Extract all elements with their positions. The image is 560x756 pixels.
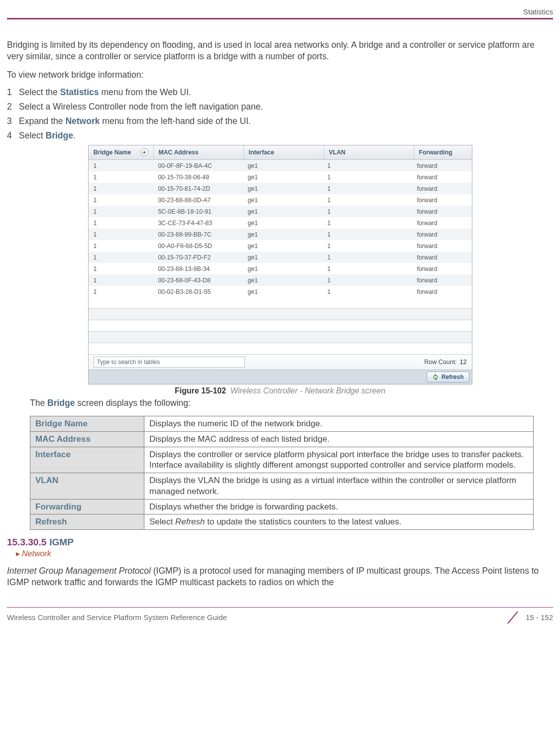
table-row[interactable]: 15C-0E-8B-18-10-91ge11forward	[89, 206, 472, 217]
refresh-icon	[432, 374, 439, 380]
table-row[interactable]: 100-23-68-88-0D-A7ge11forward	[89, 194, 472, 206]
table-row[interactable]: 100-15-70-81-74-2Dge11forward	[89, 183, 472, 194]
col-bridge-name[interactable]: Bridge Name▲	[89, 145, 154, 159]
refresh-button[interactable]: Refresh	[427, 372, 469, 382]
intro-para-2: To view network bridge information:	[7, 69, 553, 81]
table-row[interactable]: 100-15-70-37-FD-F2ge11forward	[89, 252, 472, 263]
step-2: 2 Select a Wireless Controller node from…	[7, 102, 553, 112]
page-footer: Wireless Controller and Service Platform…	[7, 607, 553, 626]
col-forwarding[interactable]: Forwarding	[414, 145, 472, 159]
step-1: 1 Select the Statistics menu from the We…	[7, 87, 553, 98]
row-count-label: Row Count:12	[424, 359, 466, 366]
figure-caption: Figure 15-102 Wireless Controller - Netw…	[7, 386, 553, 395]
sort-asc-icon[interactable]: ▲	[141, 148, 148, 156]
slash-icon	[505, 610, 521, 626]
desc-intro: The Bridge screen displays the following…	[30, 397, 553, 409]
description-table: Bridge NameDisplays the numeric ID of th…	[30, 416, 534, 530]
table-row[interactable]: 100-23-68-0F-43-D8ge11forward	[89, 274, 472, 286]
page-number: 15 - 152	[526, 613, 553, 622]
intro-para-1: Bridging is limited by its dependency on…	[7, 39, 553, 62]
col-mac[interactable]: MAC Address	[154, 145, 244, 159]
table-row[interactable]: 100-0F-8F-19-BA-4Cge11forward	[89, 160, 472, 171]
table-row: MAC AddressDisplays the MAC address of e…	[30, 431, 534, 447]
breadcrumb: Network	[16, 549, 553, 558]
table-row[interactable]: 100-23-68-99-BB-7Cge11forward	[89, 229, 472, 240]
bridge-table-screenshot: Bridge Name▲ MAC Address Interface VLAN …	[88, 145, 472, 384]
table-row: InterfaceDisplays the controller or serv…	[30, 447, 534, 473]
col-interface[interactable]: Interface	[244, 145, 324, 159]
table-row[interactable]: 100-A0-F8-68-D5-5Dge11forward	[89, 240, 472, 252]
col-vlan[interactable]: VLAN	[324, 145, 414, 159]
table-row: VLANDisplays the VLAN the bridge is usin…	[30, 473, 534, 500]
table-row: RefreshSelect Refresh to update the stat…	[30, 514, 534, 530]
table-row: ForwardingDisplays whether the bridge is…	[30, 499, 534, 514]
igmp-para: Internet Group Management Protocol (IGMP…	[7, 565, 553, 588]
footer-title: Wireless Controller and Service Platform…	[7, 613, 227, 622]
step-4: 4 Select Bridge.	[7, 130, 553, 141]
step-3: 3 Expand the Network menu from the left-…	[7, 116, 553, 126]
table-row[interactable]: 13C-CE-73-F4-47-83ge11forward	[89, 217, 472, 229]
table-search-bar: Row Count:12	[89, 354, 472, 370]
table-row[interactable]: 100-23-68-13-9B-34ge11forward	[89, 263, 472, 274]
svg-line-0	[508, 612, 518, 624]
header-section: Statistics	[7, 7, 553, 18]
table-row: Bridge NameDisplays the numeric ID of th…	[30, 416, 534, 432]
table-header: Bridge Name▲ MAC Address Interface VLAN …	[89, 145, 472, 160]
section-heading: 15.3.30.5IGMP	[7, 537, 553, 548]
steps-list: 1 Select the Statistics menu from the We…	[7, 87, 553, 141]
table-row[interactable]: 100-02-B3-28-D1-55ge11forward	[89, 286, 472, 297]
search-input[interactable]	[94, 357, 245, 368]
table-row[interactable]: 100-15-70-38-06-49ge11forward	[89, 171, 472, 183]
